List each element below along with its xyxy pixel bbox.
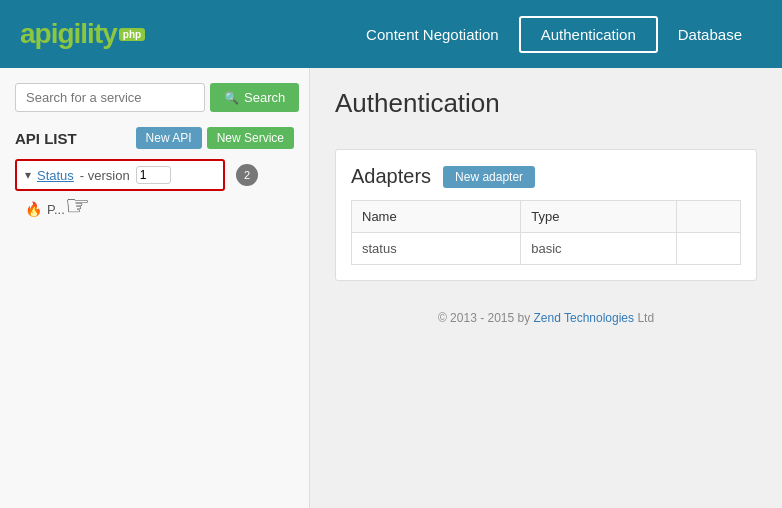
main-nav: Content Negotiation Authentication Datab…: [346, 16, 762, 53]
table-body: status basic: [352, 233, 741, 265]
adapters-title: Adapters: [351, 165, 431, 188]
col-type-header: Type: [521, 201, 677, 233]
search-input[interactable]: [15, 83, 205, 112]
row-type: basic: [521, 233, 677, 265]
nav-authentication[interactable]: Authentication: [519, 16, 658, 53]
table-header-row: Name Type: [352, 201, 741, 233]
new-adapter-button[interactable]: New adapter: [443, 166, 535, 188]
search-icon: 🔍: [224, 91, 239, 105]
footer-zend-link[interactable]: Zend Technologies: [534, 311, 635, 325]
nav-content-negotiation[interactable]: Content Negotiation: [346, 18, 519, 51]
main-layout: 🔍 Search API LIST New API New Service ▾ …: [0, 68, 782, 508]
service-item-wrapper: ▾ Status - version 2 ☞ 🔥 P...: [15, 159, 294, 222]
logo-area: apigility php: [20, 18, 145, 50]
search-row: 🔍 Search: [15, 83, 294, 112]
service-name-link[interactable]: Status: [37, 168, 74, 183]
logo-text: apigility: [20, 18, 117, 50]
adapters-table: Name Type status basic: [351, 200, 741, 265]
table-head: Name Type: [352, 201, 741, 233]
service-sub-item[interactable]: 🔥 P...: [15, 196, 294, 222]
new-service-button[interactable]: New Service: [207, 127, 294, 149]
col-name-header: Name: [352, 201, 521, 233]
table-row: status basic: [352, 233, 741, 265]
search-button-label: Search: [244, 90, 285, 105]
col-actions-header: [677, 201, 741, 233]
footer-copyright: © 2013 - 2015 by: [438, 311, 534, 325]
api-list-header: API LIST New API New Service: [15, 127, 294, 149]
service-badge: 2: [236, 164, 258, 186]
header: apigility php Content Negotiation Authen…: [0, 0, 782, 68]
sub-item-label: P...: [47, 202, 65, 217]
version-spinner[interactable]: [136, 166, 171, 184]
api-list-title: API LIST: [15, 130, 77, 147]
sidebar: 🔍 Search API LIST New API New Service ▾ …: [0, 68, 310, 508]
api-buttons: New API New Service: [136, 127, 294, 149]
page-title: Authentication: [335, 88, 757, 129]
chevron-down-icon[interactable]: ▾: [25, 168, 31, 182]
footer-suffix: Ltd: [634, 311, 654, 325]
logo-php-badge: php: [119, 28, 145, 41]
search-button[interactable]: 🔍 Search: [210, 83, 299, 112]
adapters-header: Adapters New adapter: [351, 165, 741, 188]
row-name: status: [352, 233, 521, 265]
fire-icon: 🔥: [25, 201, 42, 217]
main-content: Authentication Adapters New adapter Name…: [310, 68, 782, 508]
new-api-button[interactable]: New API: [136, 127, 202, 149]
footer: © 2013 - 2015 by Zend Technologies Ltd: [335, 311, 757, 325]
nav-database[interactable]: Database: [658, 18, 762, 51]
adapters-section: Adapters New adapter Name Type status ba…: [335, 149, 757, 281]
row-actions: [677, 233, 741, 265]
service-version-label: - version: [80, 168, 130, 183]
service-item[interactable]: ▾ Status - version 2: [15, 159, 225, 191]
